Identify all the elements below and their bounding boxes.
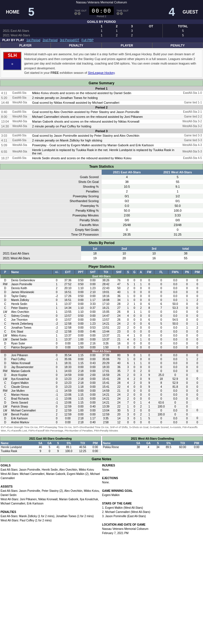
- pp-col-3: PLAYER: [102, 43, 152, 48]
- pp-col-4: PENALTY: [152, 43, 203, 48]
- ts-col-home: 2021 East All-Stars: [102, 170, 152, 175]
- goals-west: West All-Stars: Michael Cammalleri, Mari…: [1, 472, 101, 480]
- timeout-dot-3: [117, 12, 119, 15]
- section-divider-4: [0, 262, 203, 262]
- east-gt-title: 2021 East All-Stars Goaltending: [0, 436, 101, 441]
- period-1-header: Period 1: [0, 86, 203, 91]
- pp-col-2: PENALTY: [51, 43, 101, 48]
- guest-team-name: 2021 West All-Stars: [0, 33, 94, 37]
- player-stats-section: Player Statistics PName+/-EVTPPTSHTTOISH…: [0, 264, 203, 433]
- west-goaltending: 2021 West All-Stars Goaltending NameSAGA…: [102, 436, 203, 453]
- period-2-header: Period 2: [0, 105, 203, 110]
- assists-west: West All-Stars: Joni Pitkanen, Niklas Kr…: [1, 497, 101, 506]
- injuries-text: None.: [102, 468, 203, 472]
- goals-title: GOALS: [1, 463, 101, 468]
- game-clock: 00:00: [89, 6, 113, 15]
- period-indicator: Period 2: [89, 15, 113, 18]
- section-divider-2: [0, 162, 203, 162]
- scoreboard: HOME 5 TIME OUT 00:00 Period 2 TIME OUT: [0, 5, 203, 19]
- east-team-header: East All-Stars: [0, 274, 203, 278]
- timeout-dot-4: [120, 12, 123, 15]
- injuries-title: INJURIES: [102, 463, 203, 468]
- pbp-nav-label: PLAY BY PLAY: [2, 38, 24, 42]
- pbp-link-1[interactable]: 1st Period: [26, 38, 41, 42]
- gwg-title: GAME WINNING GOAL: [102, 489, 203, 493]
- period-3-header: Period 3: [0, 129, 203, 133]
- venue-name: Nassau Veterans Memorial Coliseum: [76, 1, 127, 4]
- home-score: 5: [24, 6, 38, 18]
- pbp-link-2[interactable]: 2nd Period: [43, 38, 57, 42]
- section-divider-3: [0, 238, 203, 239]
- game-summary-section: Game Summary Period 1 4:11 EastAll-Sta M…: [0, 80, 203, 161]
- pp-header-row: PLAYER PENALTY PLAYER PENALTY: [0, 43, 203, 48]
- pbp-nav: PLAY BY PLAY 1st Period 2nd Period 3rd P…: [0, 37, 203, 43]
- gbp-label: GOALS BY PERIOD: [0, 19, 203, 24]
- shots-by-period-title: Shots By Period: [0, 240, 203, 246]
- slh-logo: SLH ⚙: [3, 52, 21, 70]
- pp-col-1: PLAYER: [0, 43, 51, 48]
- goals-by-period-section: GOALS BY PERIOD 1 2 3 OT TOTAL 2021 East…: [0, 19, 203, 37]
- game-notes-section: Game Notes GOALS East All-Stars: Jason P…: [0, 456, 203, 536]
- shots-by-period-section: Shots By Period 1st2nd3rdtotal 2021 East…: [0, 240, 203, 261]
- timeout-dot-1: [74, 12, 77, 15]
- west-gt-title: 2021 West All-Stars Goaltending: [102, 436, 203, 441]
- assists-east: East All-Stars: Jason Pominville, Peter …: [1, 489, 101, 497]
- timeout-dot-2: [78, 12, 81, 15]
- game-summary-title: Game Summary: [0, 80, 203, 86]
- section-divider-6: [0, 454, 203, 455]
- section-divider-1: [0, 79, 203, 79]
- west-team-header: West All-Stars: [0, 349, 203, 353]
- game-notes-left: GOALS East All-Stars: Jason Pominville, …: [1, 463, 101, 535]
- east-goaltending: 2021 East All-Stars Goaltending NameSAGA…: [0, 436, 101, 453]
- team-stats-section: Team Statistics 2021 East All-Stars 2021…: [0, 163, 203, 237]
- guest-score: 4: [165, 6, 179, 18]
- goaltending-section: 2021 East All-Stars Goaltending NameSAGA…: [0, 436, 203, 453]
- pbp-link-3[interactable]: 3rd Period/OT: [60, 38, 79, 42]
- slh-banner: SLH ⚙ Historical match-ups are awesome, …: [1, 49, 202, 78]
- ejections-text: None.: [102, 480, 203, 484]
- assists-title: ASSISTS: [1, 484, 101, 489]
- slh-logo-text: SLH: [8, 53, 17, 58]
- ejections-title: EJECTIONS: [102, 476, 203, 480]
- stars-text: 1. Evgeni Malkin (West All-Stars): [102, 506, 203, 510]
- guest-timeout-label: TIME OUT: [117, 9, 129, 12]
- location-text: Nassau Veterans Memorial Coliseum: [102, 527, 203, 531]
- goals-east: East All-Stars: Jason Pominville, Henrik…: [1, 468, 101, 472]
- penalties-east: East All-Stars: Marek Zidlicky (1 for 2 …: [1, 514, 101, 518]
- scoreboard-header: Nassau Veterans Memorial Coliseum: [0, 0, 203, 5]
- section-divider-5: [0, 435, 203, 435]
- slh-text: Historical match-ups are awesome, but yo…: [24, 52, 200, 75]
- home-team-name: 2021 East All-Stars: [0, 28, 94, 33]
- home-label: HOME: [3, 10, 23, 15]
- legend-text: EVT=Even Strength Time On Ice, PPT=Power…: [0, 424, 203, 433]
- penalties-title: PENALTIES: [1, 510, 101, 514]
- sbp-home-team: 2021 East All-Stars: [0, 251, 81, 256]
- game-notes-title: Game Notes: [0, 456, 203, 462]
- pbp-link-4[interactable]: Full PBP: [82, 38, 94, 42]
- player-stats-title: Player Statistics: [0, 264, 203, 270]
- penalties-west: West All-Stars: Paul Coffey (1 for 2 min…: [1, 518, 101, 523]
- home-timeout-label: TIME OUT: [74, 9, 86, 12]
- sbp-guest-team: 2021 West All-Stars: [0, 256, 81, 260]
- stars-title: STARS OF THE GAME: [102, 501, 203, 506]
- ts-col-guest: 2021 West All-Stars: [152, 170, 203, 175]
- team-stats-title: Team Statistics: [0, 163, 203, 170]
- gwg-text: Evgeni Malkin: [102, 493, 203, 497]
- game-notes-right: INJURIES None. EJECTIONS None. GAME WINN…: [102, 463, 203, 535]
- location-title: LOCATION AND DATE OF GAME: [102, 523, 203, 527]
- slh-link[interactable]: SimLeague Hockey: [88, 71, 115, 74]
- guest-label: GUEST: [180, 10, 200, 15]
